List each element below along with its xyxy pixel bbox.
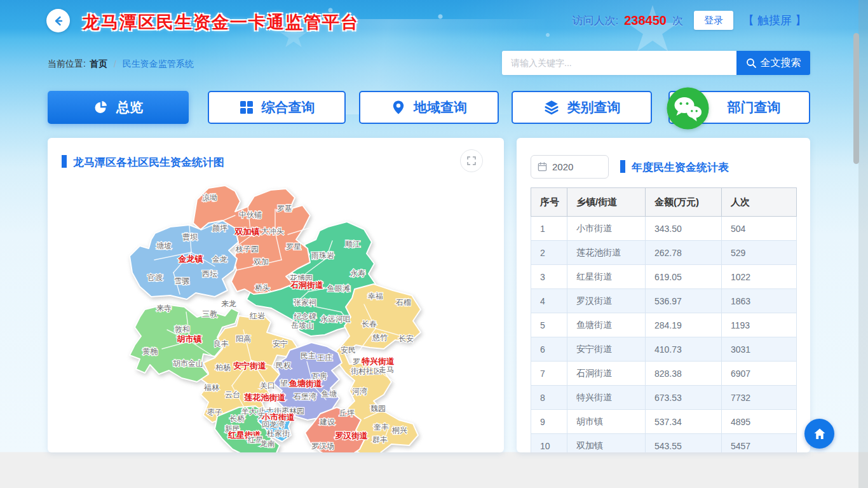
year-value[interactable] xyxy=(552,161,590,172)
table-cell: 4895 xyxy=(722,410,797,434)
search-input[interactable] xyxy=(502,51,736,75)
map-community-label: 长安 xyxy=(398,334,414,343)
table-cell: 小市街道 xyxy=(567,217,646,241)
map-town-label: 金龙镇 xyxy=(178,254,203,264)
table-cell: 7732 xyxy=(722,386,797,410)
table-cell: 8 xyxy=(531,386,567,410)
table-cell: 1022 xyxy=(722,265,797,289)
table-cell: 3031 xyxy=(722,337,797,362)
table-cell: 410.73 xyxy=(646,337,722,362)
table-header-cell: 人次 xyxy=(722,188,797,217)
map-community-label: 民权 xyxy=(276,361,291,370)
table-cell: 529 xyxy=(722,241,797,265)
grid-icon xyxy=(239,100,254,115)
stats-panel-title: 年度民生资金统计表 xyxy=(632,160,729,175)
tab-label: 类别查询 xyxy=(567,98,621,116)
district-map[interactable]: 凉坳中伙铺罗基颜坪双加镇大冲头罗星枝子园双加曹坝塘坡金龙镇金龙官渡雪骡西坛顺江雨… xyxy=(85,177,501,452)
table-cell: 9 xyxy=(531,410,567,434)
table-cell: 1863 xyxy=(722,289,797,313)
table-cell: 7 xyxy=(531,362,567,386)
map-community-label: 雨珠岩 xyxy=(311,251,334,260)
tab-region-query[interactable]: 地域查询 xyxy=(359,91,499,124)
map-community-label: 枝子园 xyxy=(235,245,259,254)
map-community-label: 西坛 xyxy=(202,269,217,278)
map-community-label: 关口 xyxy=(260,381,275,390)
tab-comprehensive-query[interactable]: 综合查询 xyxy=(208,91,346,124)
tab-overview[interactable]: 总览 xyxy=(48,91,189,124)
table-cell: 4 xyxy=(531,289,567,313)
table-cell: 罗汉街道 xyxy=(567,289,646,313)
breadcrumb-home[interactable]: 首页 xyxy=(90,58,107,70)
table-cell: 5 xyxy=(531,313,567,337)
table-row: 3红星街道619.051022 xyxy=(531,265,797,289)
wechat-logo xyxy=(667,87,709,130)
home-button[interactable] xyxy=(804,419,834,449)
map-community-label: 中伙铺 xyxy=(239,210,262,219)
map-community-label: 丘坪 xyxy=(339,409,355,417)
panel-title-bar xyxy=(62,155,67,168)
map-town-label: 石洞街道 xyxy=(290,280,323,290)
map-community-label: 黄桷 xyxy=(142,347,158,356)
map-community-label: 雪骡 xyxy=(174,276,189,285)
table-cell: 石洞街道 xyxy=(567,362,646,386)
visits-unit: 次 xyxy=(672,13,683,28)
header-right: 访问人次: 238450 次 登录 【 触摸屏 】 xyxy=(573,10,807,30)
map-community-label: 颜坪 xyxy=(212,224,227,233)
page: 龙马潭区民生资金一卡通监管平台 访问人次: 238450 次 登录 【 触摸屏 … xyxy=(0,0,868,488)
scrollbar-thumb[interactable] xyxy=(853,33,859,164)
page-title: 龙马潭区民生资金一卡通监管平台 xyxy=(83,11,359,34)
table-cell: 262.78 xyxy=(646,241,722,265)
map-community-label: 罗汉场 xyxy=(311,442,334,451)
year-picker[interactable] xyxy=(531,155,609,179)
wechat-icon[interactable] xyxy=(667,87,709,130)
table-cell: 543.55 xyxy=(646,434,722,453)
table-cell: 343.50 xyxy=(646,217,722,241)
table-cell: 828.38 xyxy=(646,362,722,386)
stats-table-header: 序号乡镇/街道金额(万元)人次 xyxy=(531,188,797,217)
login-button[interactable]: 登录 xyxy=(694,11,733,30)
map-community-label: 张家祠 xyxy=(294,298,316,307)
tab-category-query[interactable]: 类别查询 xyxy=(512,91,652,124)
map-community-label: 官渡 xyxy=(147,273,163,282)
map-community-label: 纪念碑 xyxy=(294,312,316,321)
map-community-label: 石堡湾 xyxy=(293,392,316,401)
map-town-label: 特兴街道 xyxy=(361,356,395,366)
map-community-label: 回龙湾 xyxy=(262,420,285,429)
breadcrumb-separator: / xyxy=(114,59,116,69)
fullscreen-button[interactable] xyxy=(460,149,483,172)
table-cell: 6 xyxy=(531,337,567,362)
table-row: 5鱼塘街道284.191193 xyxy=(531,313,797,337)
map-community-label: 永寿 xyxy=(350,269,365,278)
map-community-label: 奎丰 xyxy=(374,423,389,431)
table-row: 2莲花池街道262.78529 xyxy=(531,241,797,265)
map-community-label: 杜家街 xyxy=(266,429,290,438)
table-cell: 特兴街道 xyxy=(567,386,646,410)
table-cell: 1 xyxy=(531,217,567,241)
table-cell: 安宁街道 xyxy=(567,337,646,362)
scrollbar-track[interactable] xyxy=(858,0,868,488)
search-button[interactable]: 全文搜索 xyxy=(736,51,810,75)
table-cell: 284.19 xyxy=(646,313,722,337)
stats-table-body: 1小市街道343.505042莲花池街道262.785293红星街道619.05… xyxy=(531,217,797,453)
map-community-label: 桐兴 xyxy=(391,426,407,435)
table-cell: 鱼塘街道 xyxy=(567,313,646,337)
map-community-label: 枣子 xyxy=(207,408,222,417)
table-header-cell: 序号 xyxy=(531,188,567,217)
map-community-label: 永远河咀 xyxy=(320,315,351,323)
search-bar: 全文搜索 xyxy=(502,51,810,75)
breadcrumb-current[interactable]: 民生资金监管系统 xyxy=(123,58,194,70)
map-town-label: 罗汉街道 xyxy=(335,431,368,440)
map-community-label: 龙南 xyxy=(260,439,275,448)
map-panel: 龙马潭区各社区民生资金统计图 凉坳中伙铺罗基颜坪双加镇大冲头罗星枝子园双加曹坝塘… xyxy=(48,138,504,452)
table-header-cell: 金额(万元) xyxy=(646,188,722,217)
table-cell: 胡市镇 xyxy=(567,410,646,434)
map-community-label: 红岩 xyxy=(249,311,265,320)
search-button-label: 全文搜索 xyxy=(761,57,801,70)
calendar-icon xyxy=(538,162,547,172)
map-community-label: 慈竹 xyxy=(372,333,388,342)
map-community-label: 长春 xyxy=(362,320,377,329)
map-town-label: 莲花池街道 xyxy=(244,393,286,402)
back-button[interactable] xyxy=(46,9,70,32)
touch-screen-link[interactable]: 【 触摸屏 】 xyxy=(743,13,806,28)
layers-icon xyxy=(543,99,560,116)
